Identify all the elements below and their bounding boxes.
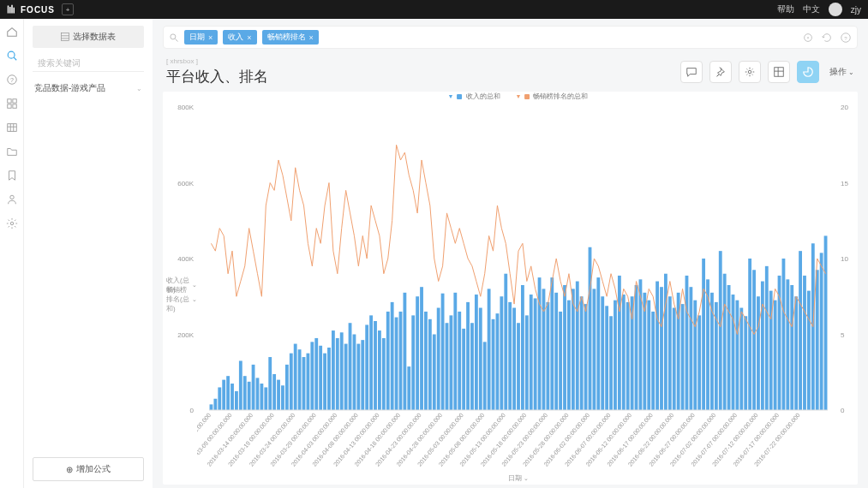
settings-icon[interactable]: [6, 217, 18, 229]
svg-point-17: [10, 222, 14, 225]
query-search-icon[interactable]: [169, 33, 179, 43]
sidebar: 选择数据表 竞品数据-游戏产品 ⌄ ⊕ 增加公式: [24, 19, 153, 488]
svg-rect-145: [681, 304, 685, 410]
operations-dropdown[interactable]: 操作⌄: [829, 66, 854, 78]
sidebar-dataset-item[interactable]: 竞品数据-游戏产品 ⌄: [33, 79, 144, 98]
refresh-icon[interactable]: [821, 32, 833, 44]
close-icon[interactable]: ×: [247, 33, 251, 42]
y2-tick: 20: [841, 104, 848, 111]
svg-rect-134: [635, 285, 638, 410]
svg-rect-49: [277, 380, 280, 410]
folder-icon[interactable]: [6, 146, 18, 158]
svg-rect-160: [744, 316, 747, 410]
svg-rect-0: [8, 6, 9, 14]
svg-rect-122: [584, 304, 588, 410]
table-view-button[interactable]: [768, 61, 790, 83]
close-icon[interactable]: ×: [309, 33, 314, 42]
svg-rect-138: [651, 312, 655, 410]
svg-rect-11: [12, 104, 15, 108]
user-icon[interactable]: [6, 193, 18, 205]
page-title: 平台收入、排名: [166, 67, 268, 86]
svg-rect-150: [702, 259, 705, 410]
breadcrumb: [ xhrsbox ]: [166, 57, 268, 65]
svg-rect-161: [748, 259, 751, 410]
svg-rect-69: [361, 340, 364, 410]
svg-rect-100: [492, 319, 495, 410]
svg-rect-130: [618, 276, 621, 410]
svg-rect-12: [7, 124, 16, 132]
bookmark-icon[interactable]: [6, 170, 18, 182]
legend-item-rank[interactable]: ▼畅销榜排名的总和: [516, 92, 589, 101]
svg-point-16: [9, 195, 13, 199]
svg-rect-154: [719, 251, 722, 410]
svg-rect-50: [281, 385, 284, 410]
svg-rect-73: [378, 330, 381, 410]
sidebar-search[interactable]: [33, 55, 144, 72]
dashboard-icon[interactable]: [6, 98, 18, 110]
query-tag-date[interactable]: 日期×: [184, 30, 218, 45]
select-datatable-button[interactable]: 选择数据表: [33, 26, 144, 48]
svg-rect-120: [576, 282, 579, 410]
close-icon[interactable]: ×: [208, 33, 213, 42]
svg-rect-93: [462, 329, 465, 410]
svg-rect-162: [752, 270, 756, 410]
svg-rect-41: [243, 376, 247, 410]
svg-rect-158: [735, 301, 739, 410]
help-icon[interactable]: ?: [6, 74, 18, 86]
avatar[interactable]: [829, 3, 842, 16]
svg-rect-30: [775, 68, 784, 77]
legend-swatch-icon: [524, 94, 530, 99]
query-tag-revenue[interactable]: 收入×: [223, 30, 256, 45]
grid-icon: [61, 33, 69, 41]
svg-rect-179: [824, 235, 828, 410]
svg-rect-156: [727, 285, 731, 410]
svg-text:2016-07-22 00:00:00.000: 2016-07-22 00:00:00.000: [753, 412, 801, 467]
brand-logo[interactable]: FOCUS: [7, 4, 55, 15]
svg-rect-131: [622, 295, 626, 410]
comment-button[interactable]: [680, 61, 703, 83]
config-button[interactable]: [739, 61, 761, 83]
svg-rect-173: [799, 251, 802, 410]
svg-rect-165: [765, 266, 769, 410]
svg-rect-107: [521, 285, 524, 410]
title-row: [ xhrsbox ] 平台收入、排名 操作⌄: [163, 57, 858, 86]
svg-rect-105: [512, 308, 516, 410]
svg-rect-124: [592, 289, 596, 410]
svg-rect-33: [210, 404, 213, 410]
chevron-down-icon: ⌄: [136, 85, 142, 92]
legend-item-revenue[interactable]: ▼收入的总和: [448, 92, 500, 101]
svg-rect-123: [589, 247, 592, 410]
svg-point-23: [171, 33, 176, 39]
svg-rect-67: [353, 335, 356, 411]
y1-tick: 200K: [177, 331, 194, 339]
add-formula-button[interactable]: ⊕ 增加公式: [33, 457, 144, 481]
help-circle-icon[interactable]: ?: [840, 32, 852, 44]
help-link[interactable]: 帮助: [777, 3, 794, 15]
home-icon[interactable]: [6, 26, 18, 38]
add-tab-icon[interactable]: +: [62, 3, 74, 15]
svg-rect-137: [647, 301, 650, 410]
svg-rect-45: [260, 384, 263, 410]
y2-axis-label[interactable]: 畅销榜排名(总和) ⌄: [166, 285, 197, 313]
x-axis-label[interactable]: 日期 ⌄: [508, 473, 529, 483]
svg-rect-115: [554, 293, 558, 410]
search-nav-icon[interactable]: [6, 50, 18, 62]
svg-rect-87: [437, 308, 440, 410]
sidebar-search-input[interactable]: [38, 58, 147, 68]
svg-rect-103: [504, 274, 507, 410]
svg-rect-106: [517, 323, 520, 410]
svg-rect-139: [655, 282, 659, 410]
svg-rect-98: [483, 342, 487, 410]
chart-view-button[interactable]: [797, 61, 819, 83]
svg-rect-9: [12, 99, 15, 103]
svg-rect-61: [327, 348, 331, 410]
svg-rect-85: [428, 319, 432, 410]
target-icon[interactable]: [802, 32, 814, 44]
pin-button[interactable]: [709, 61, 732, 83]
lang-link[interactable]: 中文: [803, 3, 820, 15]
table-icon[interactable]: [6, 122, 18, 134]
svg-rect-68: [356, 344, 360, 410]
sidebar-dataset-label: 竞品数据-游戏产品: [34, 82, 105, 94]
query-tag-rank[interactable]: 畅销榜排名×: [262, 30, 319, 45]
svg-rect-92: [458, 312, 461, 410]
